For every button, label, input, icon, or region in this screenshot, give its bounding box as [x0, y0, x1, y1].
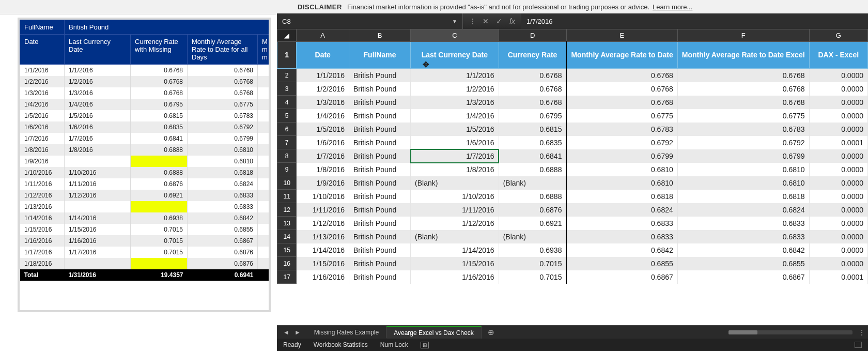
cancel-icon[interactable]: ✕ [483, 17, 489, 25]
pivot-row[interactable]: 1/2/20161/2/20160.67680.6768 [20, 76, 271, 87]
options-icon[interactable]: ⋮ [469, 17, 475, 25]
pivot-row[interactable]: 1/12/20161/12/20160.69210.6833 [20, 190, 271, 201]
table-row[interactable]: 91/8/2016British Pound1/8/20160.68880.68… [277, 163, 868, 176]
pivot-row[interactable]: 1/9/20160.6810 [20, 156, 271, 167]
accessibility-icon[interactable]: ⊞ [421, 342, 429, 348]
table-row[interactable]: 81/7/2016British Pound1/7/20160.68410.67… [277, 149, 868, 163]
row-header[interactable]: 1 [277, 42, 297, 69]
worksheet-grid[interactable]: ✥ ◢ABCDEFG 1 Date FullName Last Currency… [277, 29, 868, 325]
table-header-mavg-excel[interactable]: Monthly Average Rate to Date Excel [677, 42, 809, 69]
pivot-row[interactable]: 1/17/20161/17/20160.70150.6876 [20, 247, 271, 258]
table-row[interactable]: 141/13/2016British Pound(Blank)(Blank)0.… [277, 230, 868, 243]
pivot-row[interactable]: 1/1/20161/1/20160.67680.6768 [20, 65, 271, 77]
disclaimer-learnmore-link[interactable]: Learn more... [653, 3, 692, 11]
table-row[interactable]: 161/15/2016British Pound1/15/20160.70150… [277, 257, 868, 270]
row-header[interactable]: 9 [277, 163, 297, 176]
row-header[interactable]: 4 [277, 96, 297, 109]
tab-avg-excel-dax[interactable]: Avearge Excel vs Dax Check [386, 326, 482, 339]
table-row[interactable]: 51/4/2016British Pound1/4/20160.67950.67… [277, 109, 868, 123]
table-row[interactable]: 151/14/2016British Pound1/14/20160.69380… [277, 243, 868, 257]
table-row[interactable]: 31/2/2016British Pound1/2/20160.67680.67… [277, 82, 868, 96]
pivot-row[interactable]: 1/18/20160.6876 [20, 258, 271, 269]
pivot-total-label: Total [20, 269, 65, 281]
prev-sheet-icon[interactable]: ◄ [283, 329, 289, 336]
pivot-row[interactable]: 1/4/20161/4/20160.67950.6775 [20, 99, 271, 110]
view-grid-icon[interactable] [855, 342, 862, 348]
row-header[interactable]: 14 [277, 230, 297, 243]
disclaimer-label: DISCLAIMER [298, 3, 342, 11]
confirm-icon[interactable]: ✓ [496, 17, 502, 25]
row-header[interactable]: 12 [277, 203, 297, 217]
column-header-D[interactable]: D [499, 29, 566, 42]
formula-input[interactable]: 1/7/2016 [521, 13, 868, 29]
status-workbook-statistics[interactable]: Workbook Statistics [314, 341, 368, 348]
name-box[interactable]: C8 ▼ [277, 13, 463, 29]
table-header-date[interactable]: Date [297, 42, 349, 69]
table-row[interactable]: 61/5/2016British Pound1/5/20160.68150.67… [277, 123, 868, 136]
table-header-rate[interactable]: Currency Rate [499, 42, 566, 69]
table-row[interactable]: 21/1/2016British Pound1/1/20160.67680.67… [277, 69, 868, 82]
pivot-column-header[interactable]: Last Currency Date [65, 35, 131, 65]
pivot-row[interactable]: 1/6/20161/6/20160.68350.6792 [20, 121, 271, 133]
add-sheet-button[interactable]: ⊕ [482, 328, 501, 337]
chevron-down-icon[interactable]: ▼ [452, 19, 457, 24]
row-header[interactable]: 17 [277, 270, 297, 284]
row-header[interactable]: 6 [277, 123, 297, 136]
pivot-total-rate: 19.4357 [131, 269, 188, 281]
column-header-G[interactable]: G [809, 29, 867, 42]
fx-icon[interactable]: fx [509, 17, 515, 25]
row-header[interactable]: 5 [277, 109, 297, 123]
pivot-row[interactable]: 1/16/20161/16/20160.70150.6867 [20, 235, 271, 247]
pivot-row[interactable]: 1/11/20161/11/20160.68760.6824 [20, 178, 271, 190]
next-sheet-icon[interactable]: ► [295, 329, 301, 336]
pivot-fullname-label[interactable]: FullName [20, 20, 65, 35]
column-header-A[interactable]: A [297, 29, 349, 42]
pivot-row[interactable]: 1/15/20161/15/20160.70150.6855 [20, 224, 271, 235]
pivot-row[interactable]: 1/13/20160.6833 [20, 201, 271, 212]
tab-missing-rates[interactable]: Missing Rates Example [307, 327, 386, 338]
pivot-row[interactable]: 1/7/20161/7/20160.68410.6799 [20, 133, 271, 144]
table-row[interactable]: 131/12/2016British Pound1/12/20160.69210… [277, 217, 868, 230]
pivot-total-lcd: 1/31/2016 [65, 269, 131, 281]
table-header-dax[interactable]: DAX - Excel [809, 42, 867, 69]
row-header[interactable]: 10 [277, 176, 297, 190]
status-ready: Ready [283, 341, 301, 348]
row-header[interactable]: 8 [277, 149, 297, 163]
pivot-table[interactable]: FullName British Pound DateLast Currency… [20, 20, 271, 281]
row-header[interactable]: 15 [277, 243, 297, 257]
column-header-F[interactable]: F [677, 29, 809, 42]
pivot-table-pane[interactable]: FullName British Pound DateLast Currency… [18, 18, 271, 312]
row-header[interactable]: 2 [277, 69, 297, 82]
select-all-corner[interactable]: ◢ [277, 29, 297, 42]
tabbar-options-icon[interactable]: ⋮ [859, 329, 864, 336]
pivot-row[interactable]: 1/5/20161/5/20160.68150.6783 [20, 110, 271, 121]
table-row[interactable]: 171/16/2016British Pound1/16/20160.70150… [277, 270, 868, 284]
pivot-column-header[interactable]: Date [20, 35, 65, 65]
pivot-row[interactable]: 1/8/20161/8/20160.68880.6810 [20, 144, 271, 156]
column-header-C[interactable]: C [411, 29, 499, 42]
pivot-row[interactable]: 1/3/20161/3/20160.67680.6768 [20, 87, 271, 99]
row-header[interactable]: 3 [277, 82, 297, 96]
table-row[interactable]: 101/9/2016British Pound(Blank)(Blank)0.6… [277, 176, 868, 190]
pivot-row[interactable]: 1/10/20161/10/20160.68880.6818 [20, 167, 271, 178]
pivot-row[interactable]: 1/14/20161/14/20160.69380.6842 [20, 212, 271, 224]
horizontal-scrollbar[interactable] [729, 330, 853, 334]
row-header[interactable]: 11 [277, 190, 297, 203]
table-row[interactable]: 71/6/2016British Pound1/6/20160.68350.67… [277, 136, 868, 149]
table-header-mavg[interactable]: Monthly Average Rate to Date [566, 42, 677, 69]
row-header[interactable]: 16 [277, 257, 297, 270]
pivot-fullname-value[interactable]: British Pound [65, 20, 271, 35]
pivot-column-header[interactable]: Monthly Average Rate to Date for all Day… [188, 35, 258, 65]
table-row[interactable]: 121/11/2016British Pound1/11/20160.68760… [277, 203, 868, 217]
row-header[interactable]: 13 [277, 217, 297, 230]
formula-bar: C8 ▼ ⋮ ✕ ✓ fx 1/7/2016 [277, 13, 868, 29]
column-header-B[interactable]: B [349, 29, 411, 42]
pivot-column-header[interactable]: M m m [258, 35, 271, 65]
table-row[interactable]: 41/3/2016British Pound1/3/20160.67680.67… [277, 96, 868, 109]
table-header-lcd[interactable]: Last Currency Date [411, 42, 499, 69]
pivot-column-header[interactable]: Currency Rate with Missing [131, 35, 188, 65]
row-header[interactable]: 7 [277, 136, 297, 149]
column-header-E[interactable]: E [566, 29, 677, 42]
table-row[interactable]: 111/10/2016British Pound1/10/20160.68880… [277, 190, 868, 203]
table-header-fullname[interactable]: FullName [349, 42, 411, 69]
